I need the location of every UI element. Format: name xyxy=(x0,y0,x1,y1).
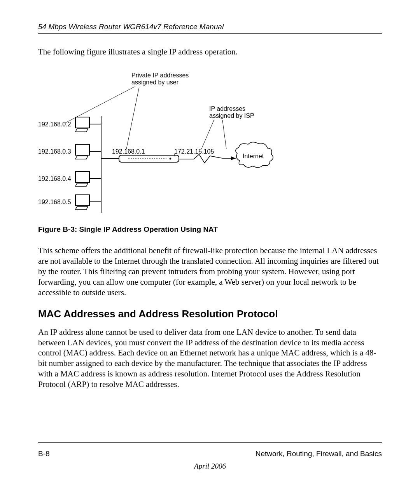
page: 54 Mbps Wireless Router WGR614v7 Referen… xyxy=(0,0,420,504)
footer-date: April 2006 xyxy=(0,462,420,471)
svg-line-2 xyxy=(201,120,214,149)
computer-icon xyxy=(75,195,89,210)
footer: B-8 Network, Routing, Firewall, and Basi… xyxy=(38,450,382,458)
firewall-paragraph: This scheme offers the additional benefi… xyxy=(38,245,382,298)
computer-icon xyxy=(75,144,89,159)
svg-rect-7 xyxy=(75,144,89,155)
svg-line-3 xyxy=(222,120,226,149)
svg-rect-11 xyxy=(75,195,89,206)
figure-b-3: Private IP addresses assigned by user IP… xyxy=(38,65,382,220)
intro-text: The following figure illustrates a singl… xyxy=(38,46,382,57)
section-heading-mac-arp: MAC Addresses and Address Resolution Pro… xyxy=(38,308,382,320)
svg-rect-9 xyxy=(75,172,89,182)
running-header: 54 Mbps Wireless Router WGR614v7 Referen… xyxy=(38,23,382,31)
internet-label: Internet xyxy=(243,153,264,159)
host-ip-2: 192.168.0.3 xyxy=(38,148,71,155)
header-rule xyxy=(38,33,382,34)
footer-rule xyxy=(38,442,382,443)
computer-icon xyxy=(75,117,89,132)
svg-point-16 xyxy=(170,158,172,160)
wan-link xyxy=(179,154,236,163)
host-ip-3: 192.168.0.4 xyxy=(38,175,71,182)
isp-ip-label-l1: IP addresses xyxy=(209,105,245,112)
host-ip-1: 192.168.0.2 xyxy=(38,121,71,128)
computer-icon xyxy=(75,172,89,186)
mac-arp-paragraph: An IP address alone cannot be used to de… xyxy=(38,327,382,390)
router-lan-ip: 192.168.0.1 xyxy=(112,148,145,155)
host-ip-4: 192.168.0.5 xyxy=(38,199,71,205)
svg-rect-5 xyxy=(75,117,89,128)
router-wan-ip: 172.21.15.105 xyxy=(174,148,214,155)
internet-cloud-icon: Internet xyxy=(236,142,273,168)
figure-caption: Figure B-3: Single IP Address Operation … xyxy=(38,225,382,234)
private-ip-label-l1: Private IP addresses xyxy=(131,72,189,79)
router-icon xyxy=(119,154,179,162)
svg-marker-18 xyxy=(231,156,236,160)
isp-ip-label-l2: assigned by ISP xyxy=(209,112,254,119)
page-number: B-8 xyxy=(38,450,50,458)
footer-section: Network, Routing, Firewall, and Basics xyxy=(256,450,382,458)
svg-line-1 xyxy=(126,87,139,149)
private-ip-label-l2: assigned by user xyxy=(131,79,179,86)
